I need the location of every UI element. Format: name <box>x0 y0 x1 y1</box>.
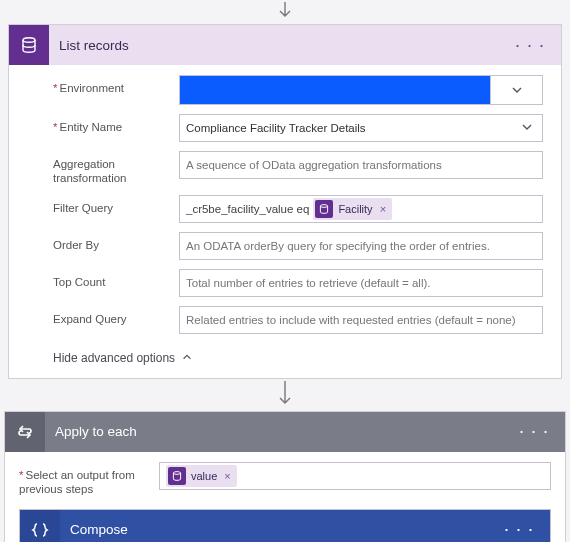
hide-advanced-toggle[interactable]: Hide advanced options <box>53 347 193 370</box>
chevron-down-icon[interactable] <box>490 76 542 104</box>
list-records-header[interactable]: List records · · · <box>9 25 561 65</box>
database-icon <box>168 467 186 485</box>
list-records-menu-button[interactable]: · · · <box>509 31 551 60</box>
apply-to-each-body: *Select an output from previous steps va… <box>5 452 565 542</box>
chevron-down-icon <box>520 120 534 136</box>
apply-to-each-header[interactable]: Apply to each · · · <box>5 412 565 452</box>
connector-arrow-mid <box>0 379 570 411</box>
select-output-row: *Select an output from previous steps va… <box>19 462 551 497</box>
top-count-input[interactable]: Total number of entries to retrieve (def… <box>179 269 543 297</box>
database-icon <box>315 200 333 218</box>
aggregation-input[interactable]: A sequence of OData aggregation transfor… <box>179 151 543 179</box>
list-records-body: *Environment *Entity Name Compliance Fac… <box>9 65 561 378</box>
svg-point-0 <box>23 38 35 43</box>
environment-row: *Environment <box>53 75 543 105</box>
entity-name-select[interactable]: Compliance Facility Tracker Details <box>179 114 543 142</box>
facility-token[interactable]: Facility × <box>313 198 392 220</box>
entity-name-row: *Entity Name Compliance Facility Tracker… <box>53 114 543 142</box>
token-remove-icon[interactable]: × <box>222 470 230 482</box>
compose-header[interactable]: Compose · · · <box>20 510 550 543</box>
filter-query-prefix: _cr5be_facility_value eq <box>186 203 309 215</box>
expand-query-input[interactable]: Related entries to include with requeste… <box>179 306 543 334</box>
filter-query-input[interactable]: _cr5be_facility_value eq Facility × <box>179 195 543 223</box>
filter-query-row: Filter Query _cr5be_facility_value eq Fa… <box>53 195 543 223</box>
loop-icon <box>5 412 45 452</box>
chevron-up-icon <box>181 351 193 366</box>
value-token[interactable]: value × <box>166 465 237 487</box>
database-icon <box>9 25 49 65</box>
compose-card: Compose · · · *Inputs <box>19 509 551 543</box>
apply-to-each-menu-button[interactable]: · · · <box>513 417 555 446</box>
select-output-input[interactable]: value × <box>159 462 551 490</box>
list-records-card: List records · · · *Environment *Entity … <box>8 24 562 379</box>
compose-title: Compose <box>70 522 128 537</box>
environment-select[interactable] <box>179 75 543 105</box>
entity-name-value: Compliance Facility Tracker Details <box>186 122 366 134</box>
apply-to-each-card: Apply to each · · · *Select an output fr… <box>4 411 566 542</box>
top-count-row: Top Count Total number of entries to ret… <box>53 269 543 297</box>
order-by-row: Order By An ODATA orderBy query for spec… <box>53 232 543 260</box>
apply-to-each-title: Apply to each <box>55 424 137 439</box>
expand-query-row: Expand Query Related entries to include … <box>53 306 543 334</box>
svg-point-1 <box>321 204 328 207</box>
environment-value <box>180 76 490 104</box>
connector-arrow-in <box>0 0 570 24</box>
braces-icon <box>20 510 60 543</box>
svg-point-2 <box>173 471 180 474</box>
order-by-input[interactable]: An ODATA orderBy query for specifying th… <box>179 232 543 260</box>
token-remove-icon[interactable]: × <box>378 203 386 215</box>
compose-menu-button[interactable]: · · · <box>498 515 540 542</box>
list-records-title: List records <box>59 38 129 53</box>
aggregation-row: Aggregation transformation A sequence of… <box>53 151 543 186</box>
